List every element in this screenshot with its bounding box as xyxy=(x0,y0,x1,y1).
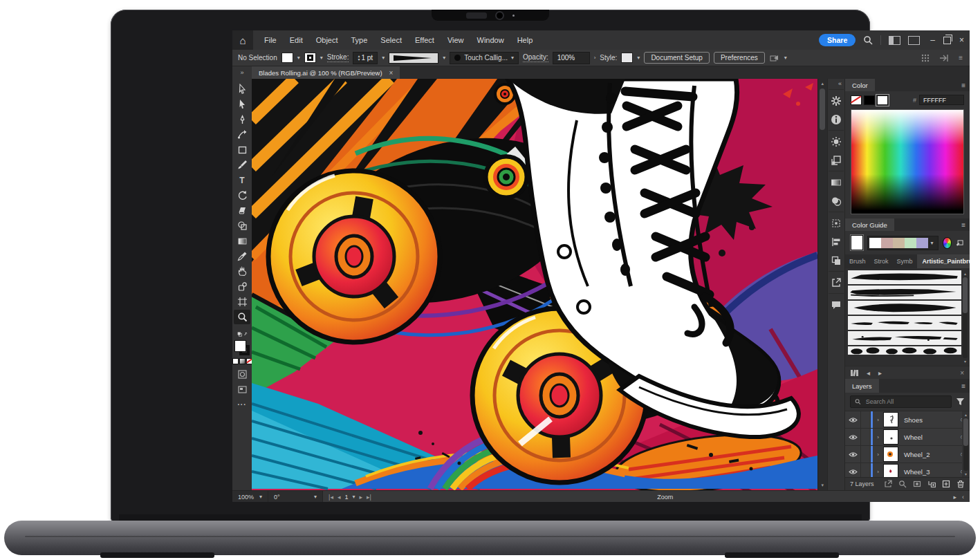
expand-tools-icon[interactable]: » xyxy=(232,66,252,79)
harmony-swatches[interactable]: ▾ xyxy=(867,236,939,250)
scroll-down-icon[interactable]: ▾ xyxy=(822,480,824,490)
document-tab[interactable]: Blades Rolling.ai @ 100 % (RGB/Preview) … xyxy=(252,66,400,79)
align-icon[interactable] xyxy=(829,233,844,250)
restore-icon[interactable] xyxy=(943,37,951,44)
menu-help[interactable]: Help xyxy=(517,36,533,44)
artboards-icon[interactable] xyxy=(829,151,844,169)
status-collapse-icon[interactable]: ‹ xyxy=(962,494,964,501)
menu-file[interactable]: File xyxy=(264,36,277,44)
black-swatch[interactable] xyxy=(864,95,875,105)
layer-thumbnail[interactable] xyxy=(883,429,898,445)
preferences-button[interactable]: Preferences xyxy=(714,52,765,64)
layers-search-input[interactable] xyxy=(850,395,952,408)
menu-edit[interactable]: Edit xyxy=(290,36,303,44)
layer-row[interactable]: › Wheel_3 ○ xyxy=(845,463,970,477)
layer-row[interactable]: › Shoes ○ xyxy=(845,411,970,429)
pattern-icon[interactable] xyxy=(829,214,844,232)
chevron-down-icon[interactable]: ▾ xyxy=(637,55,640,61)
visibility-eye-icon[interactable] xyxy=(845,429,861,445)
type-tool[interactable]: T xyxy=(234,173,250,187)
tab-artistic-paintbrush[interactable]: Artistic_Paintbrush xyxy=(917,254,970,268)
lock-cell[interactable] xyxy=(861,463,871,477)
brushes-scrollbar[interactable]: ▴ ▾ xyxy=(961,270,969,364)
close-icon[interactable]: × xyxy=(959,35,964,45)
brush-preview[interactable] xyxy=(848,286,961,299)
draw-mode-icon[interactable] xyxy=(234,367,250,382)
rotate-tool[interactable] xyxy=(234,188,250,203)
scroll-up-icon[interactable]: ▴ xyxy=(964,270,966,277)
layer-name[interactable]: Wheel_2 xyxy=(904,451,930,458)
rectangle-tool[interactable] xyxy=(234,142,250,157)
scrollbar-thumb[interactable] xyxy=(820,88,825,130)
canvas-artwork[interactable] xyxy=(252,79,817,490)
adjust-icon[interactable] xyxy=(829,133,844,150)
style-swatch[interactable] xyxy=(621,53,633,63)
tab-brushes[interactable]: Brush xyxy=(845,254,870,268)
chevron-down-icon[interactable]: ▾ xyxy=(784,55,787,61)
color-button[interactable] xyxy=(232,358,239,364)
symbol-sprayer-tool[interactable] xyxy=(234,279,250,294)
layer-row[interactable]: › Wheel ○ xyxy=(845,429,970,446)
white-swatch[interactable] xyxy=(877,95,888,105)
artboard-tool[interactable] xyxy=(234,295,250,309)
scroll-down-icon[interactable]: ▾ xyxy=(965,471,967,477)
chevron-down-icon[interactable]: ▾ xyxy=(443,55,445,61)
eyedropper-tool[interactable] xyxy=(234,249,250,263)
collect-for-export-icon[interactable] xyxy=(884,480,892,488)
export-icon[interactable] xyxy=(829,274,844,291)
lock-cell[interactable] xyxy=(861,429,871,445)
info-icon[interactable] xyxy=(829,111,844,128)
locate-object-icon[interactable] xyxy=(898,480,907,488)
stepper-icon[interactable]: ▴▾ xyxy=(358,55,360,62)
stroke-swatch[interactable] xyxy=(304,53,316,63)
layer-thumbnail[interactable] xyxy=(883,447,898,462)
share-button[interactable]: Share xyxy=(819,34,856,46)
artboard-number[interactable]: 1 xyxy=(344,494,348,501)
stroke-label[interactable]: Stroke: xyxy=(327,53,349,62)
scroll-up-icon[interactable]: ▴ xyxy=(965,411,967,418)
zoom-tool[interactable] xyxy=(234,310,250,324)
grid-icon[interactable] xyxy=(921,54,930,62)
home-icon[interactable]: ⌂ xyxy=(232,30,253,50)
status-flyout-icon[interactable]: ▸ xyxy=(953,494,956,501)
base-color-swatch[interactable] xyxy=(851,235,863,250)
brush-preview[interactable] xyxy=(848,270,961,284)
scroll-up-icon[interactable]: ▴ xyxy=(822,79,824,88)
brush-preview[interactable] xyxy=(848,346,961,355)
hand-tool[interactable] xyxy=(234,264,250,279)
chevron-down-icon[interactable]: ▾ xyxy=(297,55,300,61)
trash-icon[interactable] xyxy=(956,480,965,488)
fill-swatch[interactable] xyxy=(281,53,293,63)
direct-selection-tool[interactable] xyxy=(234,97,250,111)
transparency-icon[interactable] xyxy=(829,192,844,209)
gear-icon[interactable] xyxy=(829,92,844,109)
stroke-weight-field[interactable]: ▴▾1 pt xyxy=(353,52,378,64)
flow-icon[interactable] xyxy=(939,54,949,62)
brush-definition-dropdown[interactable]: Touch Callig...▾ xyxy=(450,52,519,64)
menu-select[interactable]: Select xyxy=(380,36,402,44)
arrange-documents-icon[interactable] xyxy=(908,36,920,45)
menu-effect[interactable]: Effect xyxy=(415,36,434,44)
panel-menu-icon[interactable]: ≡ xyxy=(961,379,970,393)
panel-menu-icon[interactable]: ≡ xyxy=(961,79,970,91)
chevron-down-icon[interactable]: ▾ xyxy=(352,494,355,500)
workspace-switcher-icon[interactable] xyxy=(889,36,900,45)
document-setup-button[interactable]: Document Setup xyxy=(644,52,710,64)
panel-menu-icon[interactable]: ≡ xyxy=(961,218,970,231)
opacity-field[interactable]: 100% xyxy=(553,52,590,64)
chevron-down-icon[interactable]: ▾ xyxy=(382,55,385,61)
expand-layer-icon[interactable]: › xyxy=(873,451,883,458)
selection-tool[interactable] xyxy=(234,82,250,96)
color-spectrum[interactable] xyxy=(851,109,964,214)
layer-thumbnail[interactable] xyxy=(883,464,898,477)
brush-preview[interactable] xyxy=(848,331,961,345)
lock-cell[interactable] xyxy=(861,411,871,428)
last-artboard-icon[interactable]: ▸| xyxy=(367,494,371,501)
comment-icon[interactable] xyxy=(829,296,844,313)
layer-name[interactable]: Shoes xyxy=(904,416,923,424)
menu-window[interactable]: Window xyxy=(477,36,504,44)
pen-tool[interactable] xyxy=(234,112,250,127)
tab-stroke[interactable]: Strok xyxy=(870,254,893,268)
chevron-down-icon[interactable]: ▾ xyxy=(928,240,936,246)
shape-builder-tool[interactable] xyxy=(234,218,250,233)
